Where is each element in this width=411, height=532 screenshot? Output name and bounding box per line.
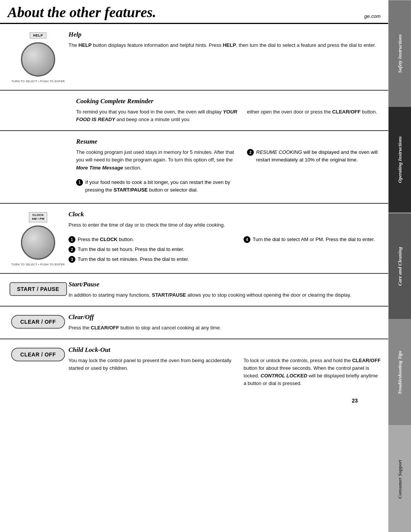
clock-step4: 4 Turn the dial to select AM or PM. Pres… bbox=[244, 236, 381, 243]
cooking-complete-cols: To remind you that you have food in the … bbox=[76, 108, 381, 123]
help-dial bbox=[21, 42, 55, 77]
help-bold1: HELP bbox=[78, 42, 92, 48]
clock-step4-text: Turn the dial to select AM or PM. Press … bbox=[253, 236, 381, 243]
resume-right: 2 RESUME COOKING will be displayed and t… bbox=[247, 149, 381, 196]
help-bold2: HELP bbox=[223, 42, 236, 48]
resume-step1: 1 If your food needs to cook a bit longe… bbox=[76, 179, 239, 194]
clock-step1: 1 Press the CLOCK button. bbox=[68, 236, 236, 243]
clock-step3: 3 Turn the dial to set minutes. Press th… bbox=[68, 256, 236, 263]
clearoff-section: CLEAR / OFF Clear/Off Press the CLEAR/OF… bbox=[0, 307, 388, 339]
childlock-right: To lock or unlock the controls, press an… bbox=[244, 357, 381, 388]
resume-step2-text: RESUME COOKING will be displayed and the… bbox=[256, 149, 381, 164]
clock-step1-num: 1 bbox=[68, 236, 75, 243]
childlock-right-text: To lock or unlock the controls, press an… bbox=[244, 357, 381, 388]
clock-step3-num: 3 bbox=[68, 256, 75, 263]
resume-body: Resume The cooking program just used sta… bbox=[68, 138, 381, 196]
startpause-text: In addition to starting many functions, … bbox=[68, 291, 381, 299]
startpause-button[interactable]: START / PAUSE bbox=[10, 282, 67, 296]
childlock-section: CLEAR / OFF Child Lock-Out You may lock … bbox=[0, 339, 388, 395]
clearoff-icon-area: CLEAR / OFF bbox=[8, 313, 68, 332]
childlock-left-text: You may lock the control panel to preven… bbox=[68, 357, 236, 372]
clock-turn-label: TURN TO SELECT • PUSH TO ENTER bbox=[11, 263, 65, 266]
childlock-bold: CLEAR/OFF bbox=[352, 358, 380, 363]
clock-step2: 2 Turn the dial to set hours. Press the … bbox=[68, 246, 236, 253]
resume-section: Resume The cooking program just used sta… bbox=[0, 131, 388, 204]
sidebar-tab-operating[interactable]: Operating Instructions bbox=[389, 106, 411, 212]
clock-step1-text: Press the CLOCK button. bbox=[78, 236, 236, 243]
sidebar-care-label: Care and Cleaning bbox=[397, 247, 403, 286]
right-sidebar: Safety Instructions Operating Instructio… bbox=[388, 0, 411, 532]
clock-section: CLOCKAM / PM TURN TO SELECT • PUSH TO EN… bbox=[0, 204, 388, 274]
clock-left: 1 Press the CLOCK button. 2 Turn the dia… bbox=[68, 236, 236, 265]
childlock-body: Child Lock-Out You may lock the control … bbox=[68, 346, 381, 388]
clearoff-title: Clear/Off bbox=[68, 313, 381, 321]
startpause-bold: START/PAUSE bbox=[113, 187, 148, 193]
resume-step1-num: 1 bbox=[76, 179, 83, 186]
startpause-section: START / PAUSE Start/Pause In addition to… bbox=[0, 274, 388, 307]
page-header: About the other features. ge.com bbox=[0, 0, 388, 24]
resume-left-text: The cooking program just used stays in m… bbox=[76, 149, 239, 171]
resume-step2-num: 2 bbox=[247, 149, 254, 156]
help-turn-label: TURN TO SELECT • PUSH TO ENTER bbox=[11, 80, 65, 83]
clock-step3-text: Turn the dial to set minutes. Press the … bbox=[78, 256, 236, 263]
resume-step1-text: If your food needs to cook a bit longer,… bbox=[85, 179, 239, 194]
sidebar-consumer-label: Consumer Support bbox=[397, 460, 403, 498]
cooking-complete-right-text: either open the oven door or press the C… bbox=[247, 108, 381, 116]
sidebar-troubleshooting-label: Troubleshooting Tips bbox=[397, 351, 403, 394]
help-section: HELP TURN TO SELECT • PUSH TO ENTER Help… bbox=[0, 24, 388, 91]
help-icon-area: HELP TURN TO SELECT • PUSH TO ENTER bbox=[8, 31, 68, 83]
clock-right: 4 Turn the dial to select AM or PM. Pres… bbox=[244, 236, 381, 265]
clearoff-text-bold: CLEAR/OFF bbox=[91, 325, 119, 331]
sidebar-tab-care[interactable]: Care and Cleaning bbox=[389, 213, 411, 319]
childlock-button[interactable]: CLEAR / OFF bbox=[11, 348, 65, 361]
clock-body: Clock Press to enter the time of day or … bbox=[68, 211, 381, 266]
resume-title: Resume bbox=[76, 138, 381, 145]
help-text: The HELP button displays feature informa… bbox=[68, 42, 381, 49]
childlock-cols: You may lock the control panel to preven… bbox=[68, 357, 381, 388]
clearoff-button[interactable]: CLEAR / OFF bbox=[11, 315, 65, 329]
main-content: About the other features. ge.com HELP TU… bbox=[0, 0, 388, 532]
clock-main-text: Press to enter the time of day or to che… bbox=[68, 221, 381, 229]
clock-icon-area: CLOCKAM / PM TURN TO SELECT • PUSH TO EN… bbox=[8, 211, 68, 266]
sidebar-safety-label: Safety Instructions bbox=[397, 34, 403, 73]
clock-button[interactable]: CLOCKAM / PM bbox=[29, 212, 47, 222]
cooking-complete-title: Cooking Complete Reminder bbox=[76, 97, 381, 105]
childlock-title: Child Lock-Out bbox=[68, 346, 381, 354]
cooking-complete-left: To remind you that you have food in the … bbox=[76, 108, 239, 123]
page-wrapper: About the other features. ge.com HELP TU… bbox=[0, 0, 411, 532]
clock-step4-num: 4 bbox=[244, 236, 250, 243]
resume-step2: 2 RESUME COOKING will be displayed and t… bbox=[247, 149, 381, 164]
clearoff-body: Clear/Off Press the CLEAR/OFF button to … bbox=[68, 313, 381, 332]
childlock-icon-area: CLEAR / OFF bbox=[8, 346, 68, 364]
clock-bold: CLOCK bbox=[100, 236, 118, 242]
sidebar-operating-label: Operating Instructions bbox=[397, 136, 403, 183]
help-title: Help bbox=[68, 31, 381, 38]
sidebar-tab-safety[interactable]: Safety Instructions bbox=[389, 0, 411, 106]
clearoff-text: Press the CLEAR/OFF button to stop and c… bbox=[68, 324, 381, 332]
page-number: 23 bbox=[0, 395, 388, 404]
clock-step2-num: 2 bbox=[68, 246, 75, 253]
help-body: Help The HELP button displays feature in… bbox=[68, 31, 381, 49]
clock-title: Clock bbox=[68, 211, 381, 218]
startpause-title: Start/Pause bbox=[68, 281, 381, 288]
startpause-icon-area: START / PAUSE bbox=[8, 281, 68, 299]
cooking-complete-left-text: To remind you that you have food in the … bbox=[76, 108, 239, 123]
resume-left: The cooking program just used stays in m… bbox=[76, 149, 239, 196]
help-button[interactable]: HELP bbox=[30, 32, 46, 38]
clock-dial bbox=[21, 225, 55, 260]
page-title: About the other features. bbox=[8, 4, 156, 21]
sidebar-tab-consumer[interactable]: Consumer Support bbox=[389, 426, 411, 532]
startpause-body: Start/Pause In addition to starting many… bbox=[68, 281, 381, 299]
childlock-left: You may lock the control panel to preven… bbox=[68, 357, 236, 388]
clock-step2-text: Turn the dial to set hours. Press the di… bbox=[78, 246, 236, 253]
clearoff-bold: CLEAR/OFF bbox=[332, 109, 360, 115]
website-url: ge.com bbox=[364, 13, 381, 21]
cooking-complete-section: Cooking Complete Reminder To remind you … bbox=[0, 91, 388, 131]
cooking-complete-body: Cooking Complete Reminder To remind you … bbox=[68, 97, 381, 123]
startpause-text-bold: START/PAUSE bbox=[152, 292, 186, 298]
resume-cols: The cooking program just used stays in m… bbox=[76, 149, 381, 196]
sidebar-tab-troubleshooting[interactable]: Troubleshooting Tips bbox=[389, 319, 411, 425]
cooking-complete-right: either open the oven door or press the C… bbox=[247, 108, 381, 123]
clock-cols: 1 Press the CLOCK button. 2 Turn the dia… bbox=[68, 236, 381, 265]
